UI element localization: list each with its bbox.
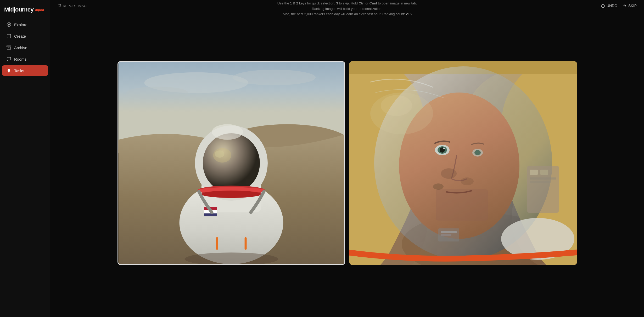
flag-icon (58, 4, 61, 8)
astronaut-image-right (349, 61, 577, 265)
svg-point-39 (443, 148, 445, 149)
svg-point-18 (215, 150, 224, 158)
undo-button[interactable]: UNDO (601, 4, 617, 8)
instructions-panel: Select the image you like better, skip i… (277, 0, 417, 17)
instruction-line-4: Also, the best 2,000 rankers each day wi… (277, 11, 417, 17)
instruction-line-2: Use the 1 & 2 keys for quick selection, … (277, 1, 417, 6)
report-image-button[interactable]: REPORT IMAGE (58, 4, 89, 8)
explore-label: Explore (14, 22, 27, 27)
svg-point-41 (474, 150, 481, 155)
tasks-label: Tasks (14, 68, 24, 73)
svg-rect-42 (436, 189, 488, 221)
skip-icon (623, 4, 627, 8)
skip-label: SKIP (628, 4, 637, 8)
create-icon (6, 33, 12, 39)
sidebar-item-explore[interactable]: Explore (2, 19, 48, 30)
svg-marker-1 (8, 24, 10, 25)
main-content: REPORT IMAGE Select the image you like b… (50, 0, 644, 317)
topbar: REPORT IMAGE Select the image you like b… (50, 0, 644, 11)
logo-area: Midjourney alpha (0, 4, 50, 18)
compass-icon (6, 22, 12, 27)
svg-rect-50 (530, 170, 538, 175)
svg-rect-25 (204, 213, 217, 216)
svg-point-9 (232, 70, 316, 85)
sidebar-item-rooms[interactable]: Rooms (2, 54, 48, 64)
image-card-2[interactable] (349, 61, 577, 265)
rooms-icon (6, 56, 12, 62)
svg-point-43 (441, 168, 457, 179)
astronaut-image-left (118, 62, 344, 264)
svg-rect-52 (530, 177, 556, 180)
sidebar-item-archive[interactable]: Archive (2, 42, 48, 53)
svg-rect-53 (530, 181, 551, 183)
logo-badge: alpha (35, 8, 44, 12)
create-label: Create (14, 34, 26, 38)
report-label: REPORT IMAGE (63, 4, 89, 8)
svg-point-16 (203, 133, 260, 193)
svg-point-45 (433, 183, 444, 190)
svg-point-10 (126, 87, 188, 100)
tasks-icon (6, 68, 12, 73)
svg-point-21 (201, 191, 261, 198)
image-card-1[interactable] (117, 61, 345, 265)
ranking-count: 216 (406, 12, 412, 16)
sidebar: Midjourney alpha Explore Create (0, 0, 50, 317)
svg-rect-48 (441, 234, 451, 236)
undo-label: UNDO (607, 4, 617, 8)
instruction-line-3: Ranking images will build your personali… (277, 6, 417, 11)
svg-point-44 (461, 177, 474, 185)
logo-brand: Midjourney (4, 6, 33, 13)
svg-rect-47 (441, 231, 457, 233)
svg-rect-3 (7, 46, 11, 47)
archive-label: Archive (14, 45, 27, 50)
image-comparison-area (50, 11, 644, 317)
sidebar-item-create[interactable]: Create (2, 31, 48, 41)
sidebar-item-tasks[interactable]: Tasks (2, 65, 48, 76)
skip-button[interactable]: SKIP (623, 4, 637, 8)
svg-point-56 (381, 95, 412, 116)
svg-rect-51 (540, 170, 548, 175)
action-buttons: UNDO SKIP (601, 4, 637, 8)
undo-icon (601, 4, 605, 8)
svg-point-26 (212, 124, 243, 140)
rooms-label: Rooms (14, 57, 27, 61)
archive-icon (6, 45, 12, 50)
